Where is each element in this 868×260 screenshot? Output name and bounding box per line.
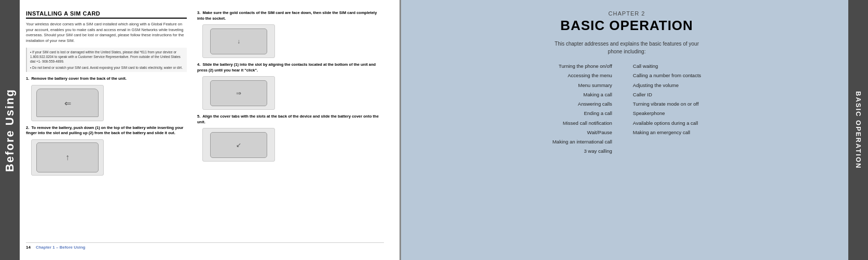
topic-missed-call: Missed call notification (563, 120, 612, 127)
left-column: INSTALLING A SIM CARD Your wireless devi… (26, 10, 187, 239)
chapter-number: CHAPTER 2 (560, 10, 693, 17)
device-drawing-1: ⇐ (36, 89, 99, 117)
chapter-label: Chapter 1 – Before Using (36, 245, 86, 250)
step-5-container: 5. Align the cover tabs with the slots a… (197, 114, 384, 162)
step-4-label: 4. Slide the battery (1) into the slot b… (197, 62, 384, 73)
device-drawing-2: ↑ (36, 142, 99, 172)
step-2-label: 2. To remove the battery, push down (1) … (26, 125, 187, 136)
page-footer: 14 Chapter 1 – Before Using (26, 242, 384, 250)
step-4-image: ⇒ (202, 76, 275, 110)
device-drawing-4: ⇒ (210, 80, 267, 106)
arrow-1: ⇐ (64, 98, 71, 108)
step-3-container: 3. Make sure the gold contacts of the SI… (197, 10, 384, 58)
step-1-label: 1. Remove the battery cover from the bac… (26, 76, 187, 82)
topic-ending-call: Ending a call (584, 110, 612, 117)
topic-3way-calling: 3 way calling (584, 148, 612, 155)
arrow-2: ↑ (65, 153, 70, 162)
topics-right-column: Call waiting Calling a number from conta… (633, 63, 701, 155)
content-area: INSTALLING A SIM CARD Your wireless devi… (26, 10, 384, 239)
topics-grid: Turning the phone on/off Accessing the m… (553, 63, 701, 155)
topic-caller-id: Caller ID (633, 91, 652, 98)
arrow-5: ↙ (236, 141, 241, 149)
step-5-label: 5. Align the cover tabs with the slots a… (197, 114, 384, 125)
topic-call-waiting: Call waiting (633, 63, 658, 70)
topic-vibrate-mode: Turning vibrate mode on or off (633, 100, 699, 108)
device-drawing-5: ↙ (210, 132, 267, 158)
arrow-4: ⇒ (236, 90, 241, 97)
right-side-tab-label: BASIC OPERATION (855, 91, 862, 169)
left-page: Before Using INSTALLING A SIM CARD Your … (0, 0, 399, 260)
step-4-container: 4. Slide the battery (1) into the slot b… (197, 62, 384, 110)
right-side-tab: BASIC OPERATION (848, 0, 868, 260)
vertical-tab-label: Before Using (3, 89, 17, 172)
page-number: 14 (26, 245, 31, 250)
note-box: • If your SIM card is lost or damaged wi… (26, 48, 187, 72)
right-column: 3. Make sure the gold contacts of the SI… (197, 10, 384, 239)
topic-turning-phone: Turning the phone on/off (559, 63, 612, 70)
section-title: INSTALLING A SIM CARD (26, 10, 187, 19)
topic-accessing-menu: Accessing the menu (568, 72, 612, 79)
device-drawing-3: ↓ (210, 28, 267, 54)
vertical-tab-before-using: Before Using (0, 0, 20, 260)
chapter-subtitle: This chapter addresses and explains the … (555, 40, 699, 55)
topic-adjusting-volume: Adjusting the volume (633, 82, 679, 89)
topic-international-call: Making an international call (553, 138, 612, 146)
right-content-area: CHAPTER 2 BASIC OPERATION This chapter a… (401, 0, 868, 260)
chapter-title: BASIC OPERATION (560, 18, 693, 34)
step-1-image: ⇐ (31, 85, 104, 121)
right-page: CHAPTER 2 BASIC OPERATION This chapter a… (401, 0, 868, 260)
topic-wait-pause: Wait/Pause (587, 129, 612, 136)
arrow-3: ↓ (237, 38, 240, 45)
topic-menu-summary: Menu summary (578, 82, 612, 89)
topic-answering-calls: Answering calls (578, 100, 612, 108)
topics-left-column: Turning the phone on/off Accessing the m… (553, 63, 612, 155)
step-2-image: ↑ (31, 139, 104, 176)
step-3-image: ↓ (202, 24, 275, 58)
topic-making-call: Making a call (583, 91, 612, 98)
topic-speakerphone: Speakerphone (633, 110, 665, 117)
chapter-header: CHAPTER 2 BASIC OPERATION (560, 10, 693, 34)
topic-calling-from-contacts: Calling a number from contacts (633, 72, 701, 79)
step-3-label: 3. Make sure the gold contacts of the SI… (197, 10, 384, 21)
intro-text: Your wireless device comes with a SIM ca… (26, 22, 187, 44)
topic-emergency-call: Making an emergency call (633, 129, 690, 136)
note-text-2: • Do not bend or scratch your SIM card. … (30, 65, 184, 70)
topic-options-during-call: Available options during a call (633, 120, 698, 127)
note-text-1: • If your SIM card is lost or damaged wi… (30, 50, 184, 64)
step-5-image: ↙ (202, 128, 275, 162)
